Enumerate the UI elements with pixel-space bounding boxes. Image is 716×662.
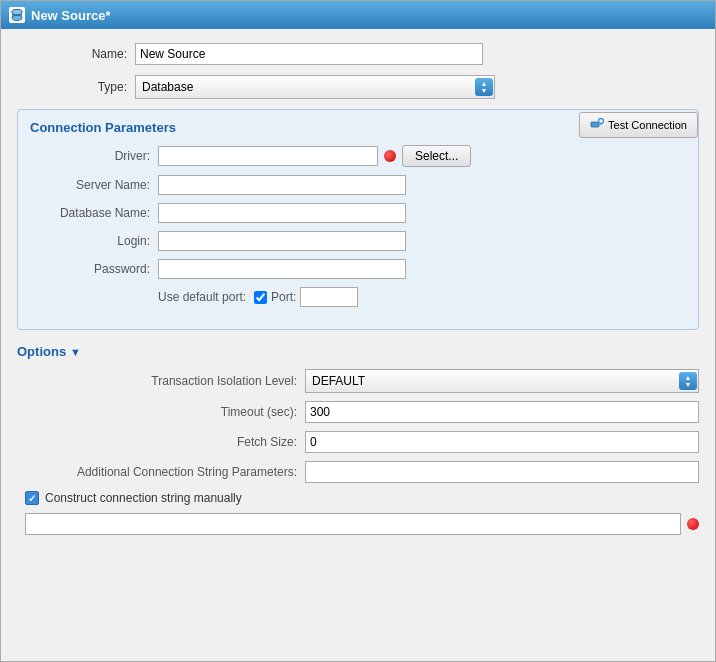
password-input[interactable] [158, 259, 406, 279]
driver-status-indicator [384, 150, 396, 162]
options-section: Options ▼ Transaction Isolation Level: D… [17, 344, 699, 535]
port-label: Port: [271, 290, 296, 304]
svg-point-5 [599, 119, 604, 124]
test-connection-icon [590, 117, 604, 133]
construct-manually-checkbox[interactable] [25, 491, 39, 505]
transaction-select[interactable]: DEFAULT READ_UNCOMMITTED READ_COMMITTED … [305, 369, 699, 393]
login-input[interactable] [158, 231, 406, 251]
password-row: Password: [30, 259, 686, 279]
options-content: Transaction Isolation Level: DEFAULT REA… [17, 369, 699, 535]
svg-rect-4 [591, 122, 599, 127]
name-input[interactable] [135, 43, 483, 65]
login-label: Login: [30, 234, 150, 248]
login-row: Login: [30, 231, 686, 251]
server-name-input[interactable] [158, 175, 406, 195]
connection-header-area: Connection Parameters Test Connection [30, 120, 686, 135]
additional-params-label: Additional Connection String Parameters: [17, 465, 297, 479]
name-row: Name: [17, 43, 699, 65]
use-default-port-checkbox[interactable] [254, 291, 267, 304]
type-select-wrapper: Database File Web Service [135, 75, 495, 99]
transaction-isolation-row: Transaction Isolation Level: DEFAULT REA… [17, 369, 699, 393]
window-title: New Source* [31, 8, 110, 23]
additional-params-row: Additional Connection String Parameters: [17, 461, 699, 483]
options-collapse-arrow[interactable]: ▼ [70, 346, 81, 358]
window-icon [9, 7, 25, 23]
svg-point-2 [12, 16, 22, 21]
manual-string-row [17, 513, 699, 535]
manual-string-input[interactable] [25, 513, 681, 535]
type-row: Type: Database File Web Service [17, 75, 699, 99]
fetch-size-row: Fetch Size: [17, 431, 699, 453]
driver-label: Driver: [30, 149, 150, 163]
manual-string-status-indicator [687, 518, 699, 530]
select-driver-button[interactable]: Select... [402, 145, 471, 167]
transaction-isolation-label: Transaction Isolation Level: [17, 374, 297, 388]
server-name-row: Server Name: [30, 175, 686, 195]
timeout-row: Timeout (sec): [17, 401, 699, 423]
main-window: New Source* Name: Type: Database File We… [0, 0, 716, 662]
timeout-label: Timeout (sec): [17, 405, 297, 419]
type-select[interactable]: Database File Web Service [135, 75, 495, 99]
database-name-input[interactable] [158, 203, 406, 223]
database-name-label: Database Name: [30, 206, 150, 220]
title-bar: New Source* [1, 1, 715, 29]
timeout-input[interactable] [305, 401, 699, 423]
use-default-port-label: Use default port: [158, 290, 246, 304]
driver-input-group: Select... [158, 145, 471, 167]
construct-manually-row: Construct connection string manually [17, 491, 699, 505]
connection-parameters-panel: Connection Parameters Test Connection Dr… [17, 109, 699, 330]
svg-point-3 [12, 10, 22, 15]
options-header: Options ▼ [17, 344, 699, 359]
driver-input[interactable] [158, 146, 378, 166]
fetch-size-input[interactable] [305, 431, 699, 453]
transaction-select-wrapper: DEFAULT READ_UNCOMMITTED READ_COMMITTED … [305, 369, 699, 393]
server-name-label: Server Name: [30, 178, 150, 192]
name-label: Name: [17, 47, 127, 61]
database-name-row: Database Name: [30, 203, 686, 223]
password-label: Password: [30, 262, 150, 276]
port-row: Use default port: Port: [30, 287, 686, 307]
type-label: Type: [17, 80, 127, 94]
fetch-size-label: Fetch Size: [17, 435, 297, 449]
driver-row: Driver: Select... [30, 145, 686, 167]
port-input[interactable] [300, 287, 358, 307]
additional-params-input[interactable] [305, 461, 699, 483]
construct-manually-label: Construct connection string manually [45, 491, 242, 505]
content-area: Name: Type: Database File Web Service Co… [1, 29, 715, 661]
test-connection-button[interactable]: Test Connection [579, 112, 698, 138]
options-title: Options [17, 344, 66, 359]
test-connection-label: Test Connection [608, 119, 687, 131]
